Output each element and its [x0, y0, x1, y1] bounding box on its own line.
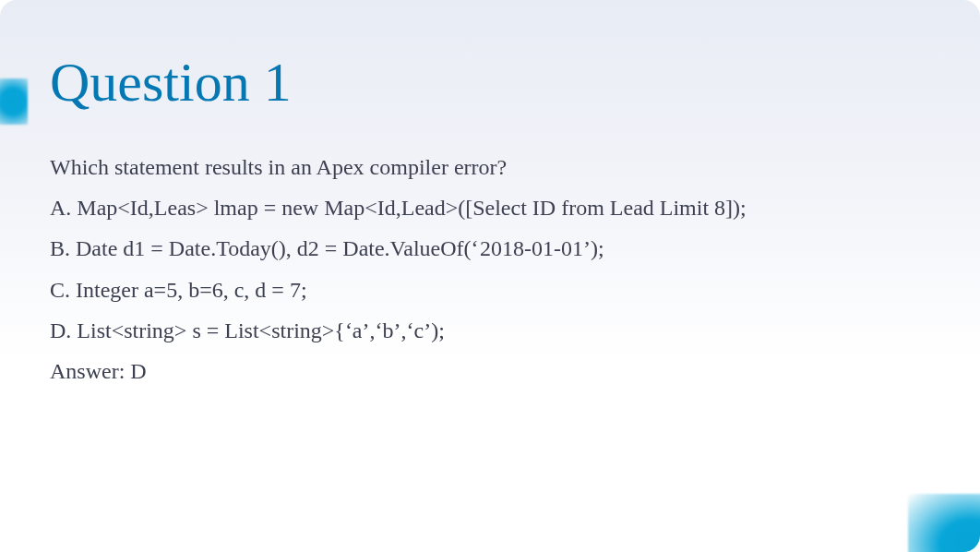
option-d: D. List<string> s = List<string>{‘a’,‘b’…	[50, 317, 930, 345]
answer-text: Answer: D	[50, 357, 930, 386]
option-c: C. Integer a=5, b=6, c, d = 7;	[50, 276, 930, 305]
question-text: Which statement results in an Apex compi…	[50, 153, 930, 182]
decoration-left-glow	[0, 78, 28, 125]
decoration-right-glow	[908, 494, 980, 552]
slide-card: Question 1 Which statement results in an…	[0, 0, 980, 552]
option-a: A. Map<Id,Leas> lmap = new Map<Id,Lead>(…	[50, 194, 930, 222]
slide-body: Which statement results in an Apex compi…	[50, 153, 930, 386]
slide-title: Question 1	[50, 51, 930, 114]
option-b: B. Date d1 = Date.Today(), d2 = Date.Val…	[50, 234, 930, 263]
